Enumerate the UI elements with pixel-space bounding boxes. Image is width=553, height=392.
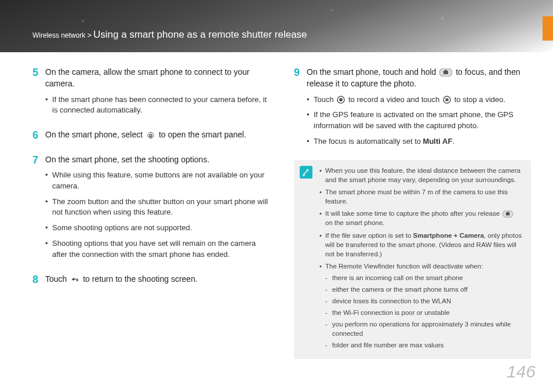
step-body: On the smart phone, select to open the s… [45,129,270,145]
note-subitem: you perform no operations for approximat… [325,320,523,338]
camera-button-icon [503,210,513,217]
note-item: The Remote Viewfinder function will deac… [319,262,523,350]
stop-icon [443,96,451,104]
note-item: If the file save option is set to Smartp… [319,231,523,259]
note-subitem: either the camera or the smart phone tur… [325,285,523,294]
note-subitem: device loses its connection to the WLAN [325,296,523,306]
sub-bullets: Touch to record a video and touch to sto… [307,95,531,147]
svg-rect-9 [506,213,510,216]
bullet-item: The zoom button and the shutter button o… [45,197,270,219]
svg-rect-3 [445,70,447,71]
step-text: On the smart phone, touch and hold to fo… [307,66,531,90]
note-subitem: folder and file number are max values [325,340,523,350]
bullet-item: If the smart phone has been connected to… [45,95,270,117]
sub-bullets: While using this feature, some buttons a… [45,170,270,260]
svg-point-5 [339,98,343,101]
note-item: The smart phone must be within 7 m of th… [319,187,523,206]
bullet-item: Touch to record a video and touch to sto… [307,95,531,106]
svg-point-0 [150,135,152,137]
svg-rect-2 [443,71,448,74]
step-text: On the camera, allow the smart phone to … [45,66,270,90]
page-header: Wireless network > Using a smart phone a… [0,0,553,52]
step-body: Touch to return to the shooting screen. [45,273,270,289]
note-subitem: the Wi-Fi connection is poor or unstable [325,308,523,317]
breadcrumb-prefix: Wireless network > [32,31,93,39]
step-text: On the smart phone, set the shooting opt… [45,154,270,165]
svg-rect-10 [507,212,509,213]
step-body: On the smart phone, set the shooting opt… [45,154,270,265]
note-item: It will take some time to capture the ph… [319,209,523,227]
step-8: 8 Touch to return to the shooting screen… [32,273,270,289]
record-icon [337,96,345,104]
side-tab [543,16,553,41]
bold-text: Multi AF [423,137,453,146]
content-columns: 5 On the camera, allow the smart phone t… [0,52,553,359]
step-body: On the camera, allow the smart phone to … [45,66,270,121]
step-7: 7 On the smart phone, set the shooting o… [32,154,270,265]
step-number: 6 [32,129,45,145]
right-column: 9 On the smart phone, touch and hold to … [294,66,531,359]
left-column: 5 On the camera, allow the smart phone t… [32,66,270,359]
page-number: 146 [507,362,536,382]
bullet-item: If the GPS feature is activated on the s… [307,110,531,132]
step-text: On the smart phone, select to open the s… [45,129,270,140]
note-list: When you use this feature, the ideal dis… [319,166,523,350]
step-5: 5 On the camera, allow the smart phone t… [32,66,270,121]
note-subitem: there is an incoming call on the smart p… [325,273,523,282]
bullet-item: While using this feature, some buttons a… [45,170,270,192]
gear-icon [146,131,155,140]
step-number: 9 [294,66,307,152]
step-9: 9 On the smart phone, touch and hold to … [294,66,531,152]
step-number: 7 [32,154,45,265]
bold-text: Smartphone + Camera [413,232,484,239]
bullet-item: Some shooting options are not supported. [45,223,270,234]
step-body: On the smart phone, touch and hold to fo… [307,66,531,152]
breadcrumb: Wireless network > Using a smart phone a… [32,29,307,41]
camera-button-icon [439,68,452,77]
note-item: When you use this feature, the ideal dis… [319,166,523,184]
bullet-item: Shooting options that you have set will … [45,238,270,260]
return-icon [70,275,79,284]
step-number: 8 [32,273,45,289]
note-sublist: there is an incoming call on the smart p… [325,273,523,350]
note-icon [300,166,312,179]
sub-bullets: If the smart phone has been connected to… [45,95,270,117]
step-number: 5 [32,66,45,121]
note-box: When you use this feature, the ideal dis… [294,160,531,359]
svg-rect-7 [446,99,449,101]
page-title: Using a smart phone as a remote shutter … [93,29,307,40]
step-6: 6 On the smart phone, select to open the… [32,129,270,145]
step-text: Touch to return to the shooting screen. [45,273,270,285]
bullet-item: The focus is automatically set to Multi … [307,136,531,147]
